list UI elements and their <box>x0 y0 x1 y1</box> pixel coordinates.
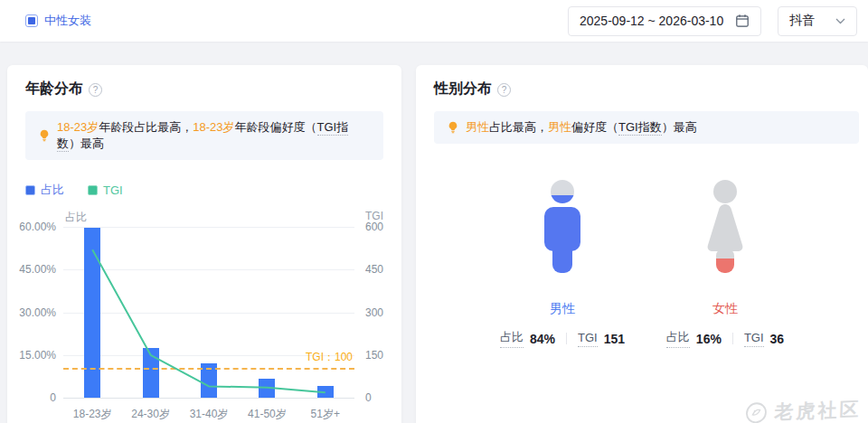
x-axis-label: 24-30岁 <box>131 407 170 422</box>
age-insight-text: 18-23岁年龄段占比最高，18-23岁年龄段偏好度（TGI指数）最高 <box>57 119 371 152</box>
left-axis-tick: 30.00% <box>19 306 56 319</box>
insight-text: ）最高 <box>69 136 104 150</box>
insight-text: 年龄段偏好度（ <box>235 120 317 134</box>
female-share-value: 16% <box>696 332 722 346</box>
calendar-icon <box>735 14 750 28</box>
tiger-logo-icon <box>745 401 768 423</box>
insight-text: ）最高 <box>662 120 697 134</box>
legend-item-tgi[interactable]: TGI <box>88 182 123 198</box>
checkbox-icon[interactable] <box>25 14 38 27</box>
legend-swatch-icon <box>88 185 98 195</box>
category-filter-label: 中性女装 <box>44 13 91 29</box>
male-tgi-value: 151 <box>604 332 625 346</box>
insight-text: 偏好度（ <box>571 120 618 134</box>
category-filter-tag[interactable]: 中性女装 <box>25 13 91 29</box>
female-label: 女性 <box>712 301 738 317</box>
left-axis-tick: 15.00% <box>19 349 56 362</box>
right-axis-tick: 300 <box>365 306 383 319</box>
top-toolbar: 中性女装 2025-09-12 ~ 2026-03-10 抖音 <box>0 0 868 42</box>
x-axis-label: 31-40岁 <box>190 407 229 422</box>
x-axis-label: 51岁+ <box>311 407 340 422</box>
right-axis-tick: 600 <box>365 221 383 233</box>
gender-distribution-panel: 性别分布 ? 男性占比最高，男性偏好度（TGI指数）最高 <box>416 65 868 423</box>
left-axis-tick: 60.00% <box>19 221 56 233</box>
male-tgi-label: TGI <box>578 331 598 347</box>
insight-highlight: 男性 <box>548 120 571 134</box>
insight-highlight: 男性 <box>466 120 489 134</box>
male-share-value: 84% <box>530 332 555 346</box>
help-icon[interactable]: ? <box>497 83 511 97</box>
legend-label: 占比 <box>41 182 64 198</box>
right-axis-tick: 150 <box>365 349 383 362</box>
female-share-label: 占比 <box>666 329 690 348</box>
x-axis-label: 41-50岁 <box>248 407 287 422</box>
left-axis-tick: 45.00% <box>19 263 56 276</box>
age-chart-legend: 占比TGI <box>25 182 383 198</box>
main-content: 年龄分布 ? 18-23岁年龄段占比最高，18-23岁年龄段偏好度（TGI指数）… <box>7 65 868 423</box>
watermark-brand: 老虎社区 <box>774 397 862 423</box>
age-chart-plot: 占比TGI60.00%45.00%30.00%15.00%06004503001… <box>63 227 354 399</box>
x-axis-label: 18-23岁 <box>73 407 112 422</box>
legend-swatch-icon <box>25 185 35 195</box>
insight-text: 占比最高， <box>489 120 548 134</box>
male-stats: 占比 84% TGI 151 <box>500 329 625 348</box>
legend-label: TGI <box>103 183 123 197</box>
left-axis-title: 占比 <box>65 210 87 225</box>
platform-select[interactable]: 抖音 <box>778 6 857 36</box>
male-share-label: 占比 <box>500 329 524 348</box>
age-insight-banner: 18-23岁年龄段占比最高，18-23岁年龄段偏好度（TGI指数）最高 <box>25 111 383 160</box>
legend-item-share[interactable]: 占比 <box>25 182 64 198</box>
platform-select-value: 抖音 <box>789 13 815 29</box>
female-tgi-value: 36 <box>770 332 785 346</box>
insight-text: 年龄段占比最高， <box>99 120 193 134</box>
age-panel-title: 年龄分布 <box>25 80 83 99</box>
insight-highlight: 18-23岁 <box>57 120 99 134</box>
bulb-icon <box>447 121 459 134</box>
gender-figures: 男性 占比 84% TGI 151 <box>434 180 859 348</box>
help-icon[interactable]: ? <box>89 83 102 97</box>
divider <box>732 333 733 344</box>
watermark: 老虎社区 @温度纪 <box>744 397 862 423</box>
gender-panel-title: 性别分布 <box>434 80 492 99</box>
date-range-value: 2025-09-12 ~ 2026-03-10 <box>580 14 723 28</box>
right-axis-tick: 0 <box>365 391 372 404</box>
female-person-icon <box>700 180 750 274</box>
age-chart: 占比TGI60.00%45.00%30.00%15.00%06004503001… <box>25 202 383 423</box>
age-distribution-panel: 年龄分布 ? 18-23岁年龄段占比最高，18-23岁年龄段偏好度（TGI指数）… <box>7 65 401 423</box>
chevron-down-icon <box>835 18 845 24</box>
insight-highlight: 18-23岁 <box>193 120 234 134</box>
left-axis-tick: 0 <box>50 391 56 404</box>
gender-insight-text: 男性占比最高，男性偏好度（TGI指数）最高 <box>466 119 697 136</box>
male-label: 男性 <box>550 301 575 317</box>
gender-insight-banner: 男性占比最高，男性偏好度（TGI指数）最高 <box>434 111 859 144</box>
right-axis-tick: 450 <box>365 263 383 276</box>
male-person-icon <box>542 180 582 274</box>
tgi-line-series <box>63 227 354 398</box>
female-figure-block: 女性 占比 16% TGI 36 <box>644 180 807 348</box>
male-figure-block: 男性 占比 84% TGI 151 <box>481 180 644 348</box>
female-tgi-label: TGI <box>744 331 764 347</box>
divider <box>566 333 567 344</box>
female-stats: 占比 16% TGI 36 <box>666 329 784 348</box>
date-range-picker[interactable]: 2025-09-12 ~ 2026-03-10 <box>568 6 761 36</box>
bulb-icon <box>38 129 51 142</box>
insight-text: TGI指数 <box>618 120 662 136</box>
